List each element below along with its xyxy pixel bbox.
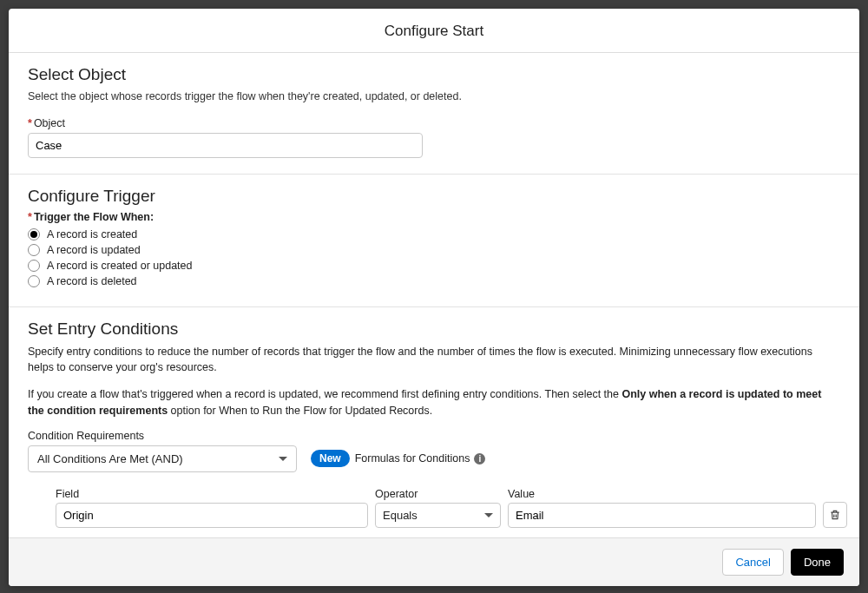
trigger-option-deleted[interactable]: A record is deleted (28, 275, 840, 287)
configure-trigger-title: Configure Trigger (28, 187, 840, 206)
formulas-for-conditions-link[interactable]: Formulas for Conditions i (355, 452, 486, 465)
entry-conditions-recommend: If you create a flow that's triggered wh… (28, 386, 840, 419)
object-label-text: Object (34, 117, 65, 129)
radio-label: A record is updated (47, 244, 141, 256)
entry-conditions-desc: Specify entry conditions to reduce the n… (28, 344, 840, 377)
chevron-down-icon (484, 513, 493, 517)
section-configure-trigger: Configure Trigger *Trigger the Flow When… (9, 175, 859, 307)
chevron-down-icon (279, 457, 287, 461)
object-input[interactable] (28, 133, 423, 158)
section-select-object: Select Object Select the object whose re… (9, 53, 859, 175)
entry-conditions-title: Set Entry Conditions (28, 320, 840, 339)
configure-start-modal: Configure Start Select Object Select the… (9, 9, 859, 586)
condition-operator-select[interactable]: Equals (375, 503, 501, 528)
trigger-option-created-or-updated[interactable]: A record is created or updated (28, 260, 840, 272)
condition-row: Field Operator Equals Value (56, 488, 840, 528)
value-column-label: Value (508, 488, 816, 500)
object-field-label: *Object (28, 117, 840, 129)
radio-icon[interactable] (28, 275, 40, 287)
trigger-option-updated[interactable]: A record is updated (28, 244, 840, 256)
radio-label: A record is created (47, 228, 137, 240)
field-column-label: Field (56, 488, 368, 500)
trigger-option-created[interactable]: A record is created (28, 228, 840, 240)
new-badge: New (311, 450, 350, 467)
radio-icon[interactable] (28, 244, 40, 256)
modal-body: Select Object Select the object whose re… (9, 53, 859, 537)
condition-requirements-label: Condition Requirements (28, 430, 840, 442)
condition-field-input[interactable] (56, 503, 368, 528)
select-object-title: Select Object (28, 65, 840, 84)
modal-title: Configure Start (9, 9, 859, 53)
condition-requirements-select[interactable]: All Conditions Are Met (AND) (28, 445, 297, 472)
operator-column-label: Operator (375, 488, 501, 500)
cancel-button[interactable]: Cancel (722, 549, 783, 576)
section-entry-conditions: Set Entry Conditions Specify entry condi… (9, 307, 859, 538)
radio-label: A record is created or updated (47, 260, 192, 272)
info-icon[interactable]: i (474, 453, 485, 465)
select-object-desc: Select the object whose records trigger … (28, 89, 840, 105)
radio-label: A record is deleted (47, 275, 137, 287)
condition-requirements-value: All Conditions Are Met (AND) (37, 452, 183, 465)
trigger-group-label: *Trigger the Flow When: (28, 211, 840, 223)
condition-value-input[interactable] (508, 503, 816, 528)
conditions-list: Field Operator Equals Value (28, 488, 840, 538)
delete-condition-button[interactable] (823, 502, 847, 528)
radio-icon[interactable] (28, 228, 40, 240)
modal-footer: Cancel Done (9, 537, 859, 586)
trash-icon (829, 509, 841, 521)
required-asterisk: * (28, 117, 32, 129)
radio-icon[interactable] (28, 260, 40, 272)
required-asterisk: * (28, 211, 32, 223)
done-button[interactable]: Done (791, 549, 844, 576)
